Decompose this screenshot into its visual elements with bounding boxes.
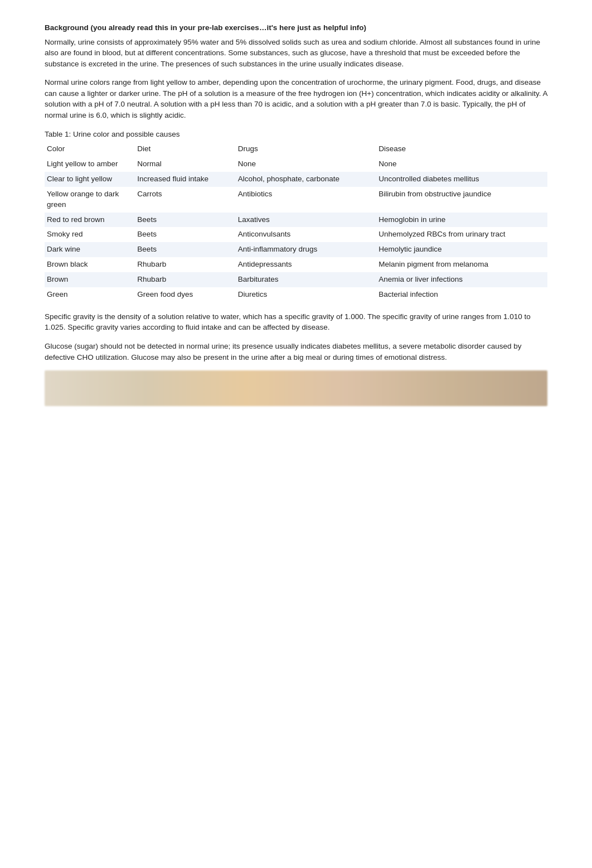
- table-cell: Smoky red: [45, 227, 135, 242]
- table-cell: Brown black: [45, 257, 135, 272]
- table-cell: Normal: [135, 157, 235, 172]
- table-cell: Beets: [135, 227, 235, 242]
- col-header-color: Color: [45, 142, 135, 157]
- table-cell: Rhubarb: [135, 257, 235, 272]
- table-cell: Diuretics: [236, 287, 377, 302]
- table-row: BrownRhubarbBarbituratesAnemia or liver …: [45, 272, 547, 287]
- table-cell: Green: [45, 287, 135, 302]
- table-cell: Hemolytic jaundice: [376, 242, 547, 257]
- blurred-image-section: [45, 370, 547, 406]
- table-row: Brown blackRhubarbAntidepressantsMelanin…: [45, 257, 547, 272]
- paragraph-2: Normal urine colors range from light yel…: [45, 77, 547, 120]
- table-cell: Increased fluid intake: [135, 172, 235, 187]
- table-cell: Light yellow to amber: [45, 157, 135, 172]
- urine-color-table: Color Diet Drugs Disease Light yellow to…: [45, 142, 547, 302]
- col-header-drugs: Drugs: [236, 142, 377, 157]
- paragraph-4: Glucose (sugar) should not be detected i…: [45, 341, 547, 363]
- table-row: Clear to light yellowIncreased fluid int…: [45, 172, 547, 187]
- table-cell: Unhemolyzed RBCs from urinary tract: [376, 227, 547, 242]
- table-row: Smoky redBeetsAnticonvulsantsUnhemolyzed…: [45, 227, 547, 242]
- table-row: Red to red brownBeetsLaxativesHemoglobin…: [45, 213, 547, 228]
- table-cell: Red to red brown: [45, 213, 135, 228]
- paragraph-3: Specific gravity is the density of a sol…: [45, 311, 547, 333]
- table-cell: Antidepressants: [236, 257, 377, 272]
- table-row: Light yellow to amberNormalNoneNone: [45, 157, 547, 172]
- table-cell: Rhubarb: [135, 272, 235, 287]
- table-header-row: Color Diet Drugs Disease: [45, 142, 547, 157]
- table-cell: None: [376, 157, 547, 172]
- table-cell: Bacterial infection: [376, 287, 547, 302]
- table-cell: Antibiotics: [236, 187, 377, 213]
- table-cell: None: [236, 157, 377, 172]
- table-cell: Carrots: [135, 187, 235, 213]
- table-cell: Anti-inflammatory drugs: [236, 242, 377, 257]
- table-cell: Anticonvulsants: [236, 227, 377, 242]
- table-cell: Laxatives: [236, 213, 377, 228]
- col-header-disease: Disease: [376, 142, 547, 157]
- table-cell: Beets: [135, 242, 235, 257]
- table-cell: Anemia or liver infections: [376, 272, 547, 287]
- table-row: Dark wineBeetsAnti-inflammatory drugsHem…: [45, 242, 547, 257]
- table-cell: Barbiturates: [236, 272, 377, 287]
- table-row: GreenGreen food dyesDiureticsBacterial i…: [45, 287, 547, 302]
- paragraph-1: Normally, urine consists of approximatel…: [45, 37, 547, 70]
- table-cell: Beets: [135, 213, 235, 228]
- table-cell: Brown: [45, 272, 135, 287]
- table-cell: Green food dyes: [135, 287, 235, 302]
- table-cell: Hemoglobin in urine: [376, 213, 547, 228]
- page-content: Background (you already read this in you…: [45, 22, 547, 406]
- table-cell: Clear to light yellow: [45, 172, 135, 187]
- col-header-diet: Diet: [135, 142, 235, 157]
- table-cell: Bilirubin from obstructive jaundice: [376, 187, 547, 213]
- table-cell: Uncontrolled diabetes mellitus: [376, 172, 547, 187]
- table-cell: Melanin pigment from melanoma: [376, 257, 547, 272]
- table-caption: Table 1: Urine color and possible causes: [45, 129, 547, 140]
- table-cell: Yellow orange to dark green: [45, 187, 135, 213]
- table-row: Yellow orange to dark greenCarrotsAntibi…: [45, 187, 547, 213]
- table-cell: Alcohol, phosphate, carbonate: [236, 172, 377, 187]
- table-section: Table 1: Urine color and possible causes…: [45, 129, 547, 302]
- table-cell: Dark wine: [45, 242, 135, 257]
- section-heading: Background (you already read this in you…: [45, 22, 547, 33]
